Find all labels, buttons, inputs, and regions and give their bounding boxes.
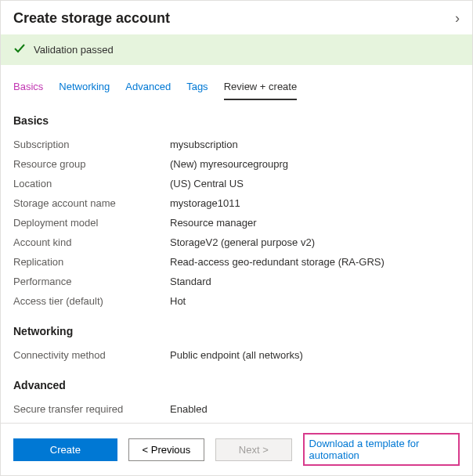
summary-value: Read-access geo-redundant storage (RA-GR… <box>170 256 460 268</box>
summary-value: Public endpoint (all networks) <box>170 349 460 361</box>
summary-value: StorageV2 (general purpose v2) <box>170 236 460 248</box>
summary-label: Deployment model <box>13 217 170 229</box>
summary-row: Location(US) Central US <box>13 174 460 193</box>
review-content: Basics SubscriptionmysubscriptionResourc… <box>1 100 472 423</box>
tabs-bar: BasicsNetworkingAdvancedTagsReview + cre… <box>1 76 472 100</box>
summary-row: Deployment modelResource manager <box>13 213 460 233</box>
download-template-link[interactable]: Download a template for automation <box>303 433 460 466</box>
summary-label: Access tier (default) <box>13 295 170 307</box>
summary-label: Storage account name <box>13 197 170 209</box>
section-basics-rows: SubscriptionmysubscriptionResource group… <box>13 135 460 311</box>
summary-value: Resource manager <box>170 217 460 229</box>
summary-label: Account kind <box>13 236 170 248</box>
summary-row: Connectivity methodPublic endpoint (all … <box>13 345 460 365</box>
summary-label: Replication <box>13 256 170 268</box>
summary-label: Subscription <box>13 139 170 150</box>
tab-review-create[interactable]: Review + create <box>224 76 298 100</box>
summary-label: Connectivity method <box>13 349 170 361</box>
summary-label: Location <box>13 178 170 189</box>
summary-value: mysubscription <box>170 139 460 150</box>
tab-basics[interactable]: Basics <box>13 76 43 100</box>
summary-row: Access tier (default)Hot <box>13 291 460 311</box>
section-title-networking: Networking <box>13 325 460 337</box>
summary-value: Standard <box>170 276 460 287</box>
summary-row: PerformanceStandard <box>13 272 460 291</box>
tab-networking[interactable]: Networking <box>59 76 110 100</box>
section-networking-rows: Connectivity methodPublic endpoint (all … <box>13 345 460 365</box>
summary-row: Resource group(New) myresourcegrouprg <box>13 154 460 174</box>
blade-header: Create storage account › <box>1 1 472 34</box>
summary-label: Secure transfer required <box>13 403 170 415</box>
section-title-advanced: Advanced <box>13 379 460 391</box>
summary-row: Account kindStorageV2 (general purpose v… <box>13 233 460 252</box>
summary-value: mystorage1011 <box>170 197 460 209</box>
summary-label: Resource group <box>13 158 170 170</box>
section-advanced-rows: Secure transfer requiredEnabledHierarchi… <box>13 399 460 423</box>
summary-row: ReplicationRead-access geo-redundant sto… <box>13 252 460 272</box>
summary-row: Secure transfer requiredEnabled <box>13 399 460 419</box>
footer-bar: Create < Previous Next > Download a temp… <box>1 423 472 475</box>
create-storage-blade: Create storage account › Validation pass… <box>0 0 473 476</box>
checkmark-icon <box>13 42 26 57</box>
validation-message: Validation passed <box>34 44 114 56</box>
section-title-basics: Basics <box>13 114 460 127</box>
summary-value: (New) myresourcegrouprg <box>170 158 460 170</box>
summary-row: Storage account namemystorage1011 <box>13 193 460 213</box>
blade-title: Create storage account <box>13 10 170 27</box>
previous-button[interactable]: < Previous <box>128 438 204 461</box>
summary-value: Hot <box>170 295 460 307</box>
tab-tags[interactable]: Tags <box>186 76 208 100</box>
next-button: Next > <box>215 438 291 461</box>
summary-row: Subscriptionmysubscription <box>13 135 460 154</box>
summary-value: Enabled <box>170 403 460 415</box>
close-icon[interactable]: › <box>455 10 460 27</box>
tab-advanced[interactable]: Advanced <box>125 76 171 100</box>
summary-value: (US) Central US <box>170 178 460 189</box>
summary-label: Performance <box>13 276 170 287</box>
create-button[interactable]: Create <box>13 438 117 461</box>
validation-banner: Validation passed <box>1 34 472 65</box>
